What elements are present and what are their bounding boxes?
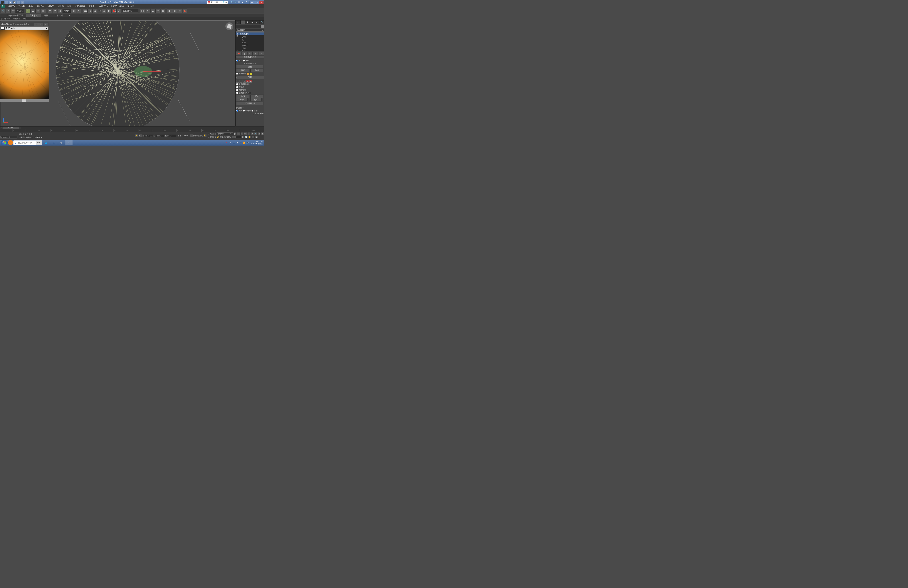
iv-color-swatch[interactable] (1, 27, 5, 30)
ime-bar[interactable]: S 英 ,☺ ⌨ ☰ ✂ 👕 ▦ (207, 1, 228, 4)
info-help-icon[interactable]: ? (245, 1, 248, 4)
iv-channel-dropdown[interactable]: RGB Alpha (5, 26, 48, 30)
play-icon[interactable]: ▸ (240, 132, 243, 135)
coord-y-input[interactable] (155, 135, 165, 137)
named-selection-input[interactable] (122, 9, 138, 13)
shrink-button[interactable]: 收缩 (236, 95, 250, 98)
maximize-button[interactable]: ▢ (254, 0, 259, 4)
key-icon[interactable]: 🔑 (217, 136, 219, 138)
time-tag-label[interactable]: 添加时间标记 (193, 135, 203, 137)
image-viewer-canvas[interactable] (0, 30, 49, 99)
goto-end-icon[interactable]: ▸| (247, 132, 250, 135)
isolate-icon[interactable]: ▦ (139, 135, 142, 137)
align-icon[interactable]: ≡ (145, 8, 150, 13)
by-vertex-checkbox[interactable]: 按顶点 (236, 86, 244, 88)
object-color-swatch[interactable] (261, 25, 264, 28)
keymode-dropdown[interactable]: 选定对象 (217, 132, 233, 135)
rollout-selection[interactable]: -选择 (235, 76, 264, 79)
autokey-button[interactable]: 自动关键点 (208, 133, 216, 135)
menu-help[interactable]: 帮助(H) (126, 5, 136, 8)
window-crossing-icon[interactable]: ◫ (41, 8, 46, 13)
unique-icon[interactable]: ∀ (247, 52, 253, 55)
settings-button[interactable]: 设置 (236, 69, 250, 72)
qat-undo-icon[interactable]: ↶ (17, 1, 20, 4)
menu-rendering[interactable]: 渲染(R) (87, 5, 97, 8)
taskbar-search[interactable]: e 搜索 (13, 140, 42, 145)
selection-filter-dropdown[interactable]: 全部 (16, 9, 24, 13)
menu-views[interactable]: 视图(V) (35, 5, 45, 8)
menu-create[interactable]: 创建(C) (45, 5, 56, 8)
by-angle-checkbox[interactable]: 按角度: (236, 92, 245, 94)
time-tag-icon[interactable]: 🏷 (190, 135, 193, 137)
setkey-button[interactable]: 设置关键点 (208, 136, 216, 138)
grow-button[interactable]: 扩大 (250, 95, 264, 98)
panel-display-icon[interactable]: ▭ (255, 20, 260, 24)
nav-orbit-icon[interactable]: 🔄 (245, 136, 248, 138)
app-menu-button[interactable]: G (1, 5, 5, 8)
info-sub-icon[interactable]: ✳ (238, 1, 240, 4)
taskbar-pin-cloud[interactable]: ☁ (50, 140, 57, 145)
ts-next-icon[interactable]: ▸ (19, 127, 21, 129)
rollout-edit-poly-mode[interactable]: -编辑多边形模式 (235, 56, 264, 58)
scale-icon[interactable]: ▣ (58, 8, 63, 13)
iv-scrollbar[interactable] (0, 99, 49, 102)
percent-snap-icon[interactable]: % (102, 8, 106, 13)
ref-coord-dropdown[interactable]: 视图 (63, 9, 71, 13)
cage-color-1[interactable] (246, 72, 249, 75)
curve-editor-icon[interactable]: 〰 (155, 8, 160, 13)
pivot-icon[interactable]: ◉ (71, 8, 76, 13)
taskbar-pin-chrome[interactable]: ◉ (58, 140, 65, 145)
radio-model[interactable]: 模型 (236, 59, 242, 62)
render-setup-icon[interactable]: ▣ (172, 8, 177, 13)
use-stack-sel-checkbox[interactable]: 使用堆栈选择 (236, 83, 250, 85)
panel-motion-icon[interactable]: ◉ (250, 20, 255, 24)
render-frame-icon[interactable]: ▭ (177, 8, 182, 13)
subobj-polygon-icon[interactable]: ■ (246, 80, 249, 83)
cancel-button[interactable]: 取消 (250, 69, 264, 72)
subobj-edge-icon[interactable]: / (240, 80, 242, 83)
ts-prev-icon[interactable]: ◂ (0, 127, 3, 129)
keyboard-shortcut-icon[interactable]: ⌨ (83, 8, 87, 13)
schematic-icon[interactable]: ▦ (161, 8, 165, 13)
qat-new-icon[interactable]: ▢ (5, 1, 8, 4)
preview-off-radio[interactable]: 关闭 (236, 109, 242, 112)
maxscript-listener-input[interactable] (0, 136, 18, 138)
axis-icon[interactable]: ☄ (117, 8, 122, 13)
radio-anim[interactable]: 动画 (243, 59, 249, 62)
ts-frame-display[interactable]: 0 / 100 (3, 127, 19, 129)
ribbon-toggle-icon[interactable]: ▾ (66, 14, 74, 17)
configure-icon[interactable]: ☰ (259, 52, 264, 55)
menu-maxscript[interactable]: MAXScript(M) (109, 5, 126, 8)
get-stack-sel-button[interactable]: 获取堆栈选择 (236, 102, 264, 105)
taskbar-pin-browser[interactable]: 🌐 (42, 140, 50, 145)
mirror-icon[interactable]: ▮▯ (140, 8, 145, 13)
commit-button[interactable]: 提交 (236, 65, 264, 68)
modifier-stack[interactable]: ◉ ▤编辑多边形 顶点 边 边界 多边形 元素 ◉球形化 散布 (236, 32, 264, 51)
preview-multi-radio[interactable]: 多个 (251, 109, 258, 112)
link-icon[interactable]: 🔗 (1, 8, 5, 13)
stack-edge[interactable]: 边 (236, 38, 264, 41)
preview-sub-radio[interactable]: 子对象 (243, 109, 251, 112)
info-key-icon[interactable]: 🔧 (234, 1, 237, 4)
ribbon-tab-selection[interactable]: 选择 (41, 14, 52, 17)
stack-vertex[interactable]: 顶点 (236, 35, 264, 38)
taskbar-search-input[interactable] (18, 141, 35, 144)
modifier-list-dropdown[interactable]: 修改器列表 (235, 29, 264, 32)
object-name-input[interactable] (236, 25, 261, 28)
cage-color-2[interactable] (250, 72, 253, 75)
show-end-icon[interactable]: ‖ (241, 52, 247, 55)
lock-selection-icon[interactable]: 🔒 (135, 135, 138, 137)
angle-spinner[interactable] (245, 92, 251, 94)
time-config-icon[interactable]: ⏱ (241, 136, 244, 138)
start-button[interactable] (1, 140, 8, 145)
qat-open-icon[interactable]: ▸ (9, 1, 12, 4)
stack-polygon[interactable]: 多边形 (236, 44, 264, 47)
angle-snap-icon[interactable]: ∠ (93, 8, 98, 13)
menu-graph[interactable]: 图形编辑器 (73, 5, 87, 8)
nav-zoom-icon[interactable]: 🔍 (254, 132, 257, 135)
material-editor-icon[interactable]: ◕ (167, 8, 172, 13)
info-search-icon[interactable]: 🔍 (230, 1, 233, 4)
spinner-snap-icon[interactable]: ◐ (107, 8, 111, 13)
iv-max-button[interactable]: ▢ (39, 22, 43, 26)
nav-zoom-all-icon[interactable]: ▦ (261, 132, 264, 135)
